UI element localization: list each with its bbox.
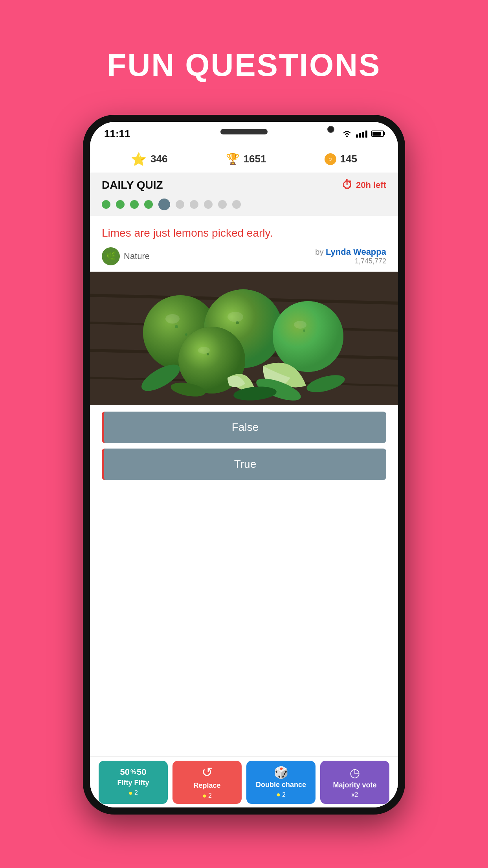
phone-speaker: [220, 129, 268, 134]
question-text: Limes are just lemons picked early.: [102, 225, 386, 241]
powerup-double-button[interactable]: 🎲 Double chance ● 2: [246, 761, 316, 804]
author-score: 1,745,772: [315, 257, 386, 265]
phone-camera: [327, 126, 334, 133]
answer-false-button[interactable]: False: [102, 412, 386, 443]
double-cost: ● 2: [276, 791, 286, 799]
coins-value: 145: [340, 153, 357, 165]
battery-icon: [371, 131, 384, 137]
double-cost-value: 2: [282, 791, 286, 798]
replace-cost: ● 2: [202, 792, 212, 800]
replace-cost-value: 2: [208, 792, 212, 799]
dot-3: [130, 200, 139, 209]
time-left: ⏱ 20h left: [342, 178, 386, 191]
quiz-header: DAILY QUIZ ⏱ 20h left: [90, 173, 398, 195]
quiz-title: DAILY QUIZ: [102, 179, 163, 191]
bottom-space: [90, 486, 398, 756]
phone-device: 11:11: [83, 115, 405, 815]
fifty-slash: %: [130, 769, 136, 776]
svg-point-26: [294, 321, 306, 329]
score-bar: ⭐ 346 🏆 1651 ○ 145: [90, 145, 398, 173]
svg-point-27: [198, 347, 210, 354]
answers-area: False True: [90, 405, 398, 486]
author-by: by Lynda Weappa: [315, 248, 386, 256]
dot-5: [158, 199, 170, 210]
replace-label: Replace: [193, 782, 220, 790]
dot-2: [116, 200, 125, 209]
signal-icon: [356, 130, 367, 138]
question-area: Limes are just lemons picked early. 🌿 Na…: [90, 216, 398, 272]
dot-1: [102, 200, 110, 209]
majority-label: Majority vote: [333, 781, 376, 790]
status-icons: [342, 130, 384, 138]
stars-value: 346: [150, 153, 167, 165]
majority-cost: x2: [352, 791, 358, 798]
question-image: [90, 272, 398, 405]
dot-8: [204, 200, 213, 209]
page-title: FUN QUESTIONS: [107, 47, 381, 83]
category-badge: 🌿 Nature: [102, 247, 150, 265]
powerups-bar: 50 % 50 Fifty Fifty ● 2 ↺ Replace ● 2: [90, 756, 398, 807]
svg-point-11: [273, 301, 343, 372]
majority-icon: ◷: [350, 766, 360, 780]
powerup-replace-button[interactable]: ↺ Replace ● 2: [172, 761, 242, 804]
dot-7: [190, 200, 198, 209]
majority-cost-value: x2: [352, 791, 358, 798]
timer-icon: ⏱: [342, 178, 353, 191]
dot-6: [176, 200, 184, 209]
coin-icon: ○: [325, 153, 336, 165]
fifty-icon2: 50: [137, 767, 146, 777]
coins-score: ○ 145: [325, 153, 357, 165]
double-coin: ●: [276, 791, 281, 799]
answer-false-label: False: [232, 421, 259, 434]
trophy-icon: 🏆: [226, 153, 240, 166]
answer-true-button[interactable]: True: [102, 449, 386, 480]
fifty-label: Fifty Fifty: [117, 779, 149, 787]
time-left-text: 20h left: [356, 180, 386, 190]
dot-10: [232, 200, 241, 209]
dot-4: [144, 200, 153, 209]
svg-point-20: [185, 333, 187, 336]
fifty-coin: ●: [128, 789, 133, 797]
question-meta: 🌿 Nature by Lynda Weappa 1,745,772: [102, 247, 386, 265]
category-name: Nature: [124, 251, 150, 261]
stars-score: ⭐ 346: [131, 152, 167, 167]
dot-9: [218, 200, 227, 209]
trophy-value: 1651: [244, 153, 266, 165]
fifty-cost: ● 2: [128, 789, 138, 797]
svg-point-0: [346, 136, 348, 137]
star-icon: ⭐: [131, 152, 147, 167]
author-info: by Lynda Weappa 1,745,772: [315, 247, 386, 265]
double-label: Double chance: [256, 781, 306, 789]
phone-screen: 11:11: [90, 122, 398, 807]
progress-dots: [90, 195, 398, 216]
fifty-icon: 50: [120, 767, 129, 777]
double-icon: 🎲: [274, 765, 288, 779]
category-icon: 🌿: [102, 247, 120, 265]
fifty-icon-container: 50 % 50: [120, 767, 146, 777]
powerup-majority-button[interactable]: ◷ Majority vote x2: [320, 761, 389, 804]
status-time: 11:11: [104, 128, 130, 140]
svg-point-25: [227, 312, 243, 322]
wifi-icon: [342, 130, 352, 138]
svg-point-19: [175, 325, 178, 328]
lime-scene: [90, 272, 398, 405]
powerup-fifty-button[interactable]: 50 % 50 Fifty Fifty ● 2: [99, 761, 168, 804]
svg-point-24: [165, 314, 180, 324]
author-name[interactable]: Lynda Weappa: [326, 247, 386, 257]
svg-point-22: [303, 329, 305, 332]
replace-coin: ●: [202, 792, 207, 800]
svg-point-23: [207, 353, 209, 355]
trophy-score: 🏆 1651: [226, 153, 266, 166]
replace-icon: ↺: [202, 764, 213, 780]
fifty-cost-value: 2: [134, 789, 138, 796]
answer-true-label: True: [234, 458, 257, 471]
